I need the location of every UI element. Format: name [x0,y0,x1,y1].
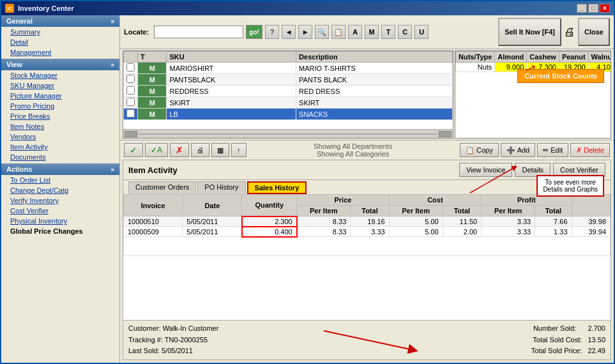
sidebar-item-documents[interactable]: Documents [1,152,119,162]
footer-last-sold: Last Sold: 5/05/2011 [128,345,218,357]
row-checkbox[interactable] [126,75,135,83]
sidebar-item-cost-verifier[interactable]: Cost Verifier [1,206,119,216]
sidebar-header-actions[interactable]: Actions » [1,163,119,175]
layout-button[interactable]: ▦ [211,143,229,157]
title-bar: IC Inventory Center _ □ ✕ [1,1,614,15]
locate-label: Locate: [124,28,149,36]
col-invoice: Invoice [124,195,183,216]
sidebar-item-vendors[interactable]: Vendors [1,132,119,142]
big-red-arrow [311,324,439,356]
minimize-button[interactable]: _ [577,4,587,13]
sidebar-item-detail[interactable]: Detail [1,37,119,47]
print-button[interactable]: 🖨 [191,143,209,157]
table-row[interactable]: M MARIOSHIRT MARIO T-SHIRTS [124,63,453,74]
footer-total-sold-cost: Total Sold Cost: 13.50 [531,335,605,346]
close-button[interactable]: Close [578,18,610,46]
col-date: Date [183,195,242,216]
sidebar-item-physical-inventory[interactable]: Physical Inventory [1,216,119,226]
showing-info: Showing All Departments Showing All Cate… [249,142,457,158]
checkmark-button[interactable]: ✓ [124,143,143,157]
locate-input[interactable] [154,26,243,38]
copy-icon: 📋 [466,146,475,155]
stock-counts-area: Nuts/Type Almond Cashew Peanut Walnut Nu… [455,50,611,139]
table-row[interactable]: M SKIRT SKIRT [124,97,453,109]
sidebar-item-management[interactable]: Management [1,47,119,57]
sidebar-item-summary[interactable]: Summary [1,27,119,37]
window-close-button[interactable]: ✕ [600,4,610,13]
content-area: Locate: go! ? ◄ ► 🔍 📋 A M T C U Sell It … [120,15,614,363]
sidebar: General » Summary Detail Management View… [1,15,120,363]
back-button[interactable]: ◄ [282,25,296,39]
delete-button[interactable]: ✗ Delete [570,143,610,157]
u-button[interactable]: U [414,25,429,39]
add-button[interactable]: ➕ Add [501,143,536,157]
ia-footer: Customer: Walk-In Customer Tracking #: T… [123,320,611,360]
sidebar-header-view[interactable]: View » [1,59,119,70]
help-button[interactable]: ? [265,25,279,39]
sidebar-item-item-notes[interactable]: Item Notes [1,121,119,132]
col-price-total: Total [351,206,389,216]
c-button[interactable]: C [398,25,412,39]
copy-button[interactable]: 📋 Copy [460,143,499,157]
sidebar-actions-label: Actions [6,165,32,173]
table-row[interactable]: M LB SNACKS [124,109,453,120]
sidebar-item-stock-manager[interactable]: Stock Manager [1,70,119,80]
forward-button[interactable]: ► [298,25,312,39]
sidebar-item-item-activity[interactable]: Item Activity [1,142,119,152]
footer-total-sold-price: Total Sold Price: 22.49 [531,345,605,357]
maximize-button[interactable]: □ [588,4,598,13]
tabs-and-callout: Customer Orders PO History Sales History… [123,180,611,194]
table-row[interactable]: M REDDRESS RED DRESS [124,86,453,97]
footer-left: Customer: Walk-In Customer Tracking #: T… [128,323,218,357]
row-checkbox[interactable] [126,109,135,118]
edit-icon: ✏ [543,146,549,155]
sidebar-item-picture-manager[interactable]: Picture Manager [1,91,119,101]
sidebar-item-price-breaks[interactable]: Price Breaks [1,111,119,121]
row-checkbox[interactable] [126,98,135,106]
table-row[interactable]: M PANTSBLACK PANTS BLACK [124,74,453,86]
x-button[interactable]: ✗ [170,143,189,157]
details-graphs-callout: To see even moreDetails and Graphs [536,175,604,197]
tab-customer-orders[interactable]: Customer Orders [128,181,196,194]
sell-it-now-button[interactable]: Sell It Now [F4] [498,18,561,46]
go-button[interactable]: go! [246,25,262,39]
action-row: ✓ ✓A ✗ 🖨 ▦ ↑ Showing All Departments Sho… [120,140,614,160]
up-button[interactable]: ↑ [231,143,247,157]
sidebar-item-sku-manager[interactable]: SKU Manager [1,80,119,91]
view-invoice-button[interactable]: View Invoice [459,163,513,177]
col-sku: SKU [167,52,296,63]
sidebar-item-verify-inventory[interactable]: Verify Inventory [1,195,119,206]
m-button[interactable]: M [365,25,379,39]
stock-col-peanut: Peanut [559,52,588,63]
col-type: T [138,52,167,63]
sidebar-item-change-dept[interactable]: Change Dept/Catg [1,185,119,195]
window-title: Inventory Center [18,4,73,12]
app-icon: IC [5,4,14,13]
sales-row[interactable]: 10000509 5/05/2011 0.400 8.33 3.33 5.00 … [124,227,611,237]
tab-sales-history[interactable]: Sales History [247,181,307,194]
row-checkbox[interactable] [126,63,135,72]
sidebar-item-promo-pricing[interactable]: Promo Pricing [1,101,119,111]
stock-col-almond: Almond [495,52,527,63]
sidebar-item-to-order-list[interactable]: To Order List [1,175,119,185]
edit-button[interactable]: ✏ Edit [537,143,568,157]
a-button[interactable]: A [348,25,362,39]
checkmark-a-button[interactable]: ✓A [145,143,168,157]
footer-tracking: Tracking #: TN0-2000255 [128,335,218,346]
grid-scroll[interactable]: T SKU Description M MARIOSHIRT [123,51,453,129]
sales-table-wrapper[interactable]: Invoice Date Quantity Price Cost Profit … [123,194,611,320]
clipboard-button[interactable]: 📋 [331,25,345,39]
sidebar-item-global-price-changes[interactable]: Global Price Changes [1,226,119,236]
t-button[interactable]: T [381,25,395,39]
inventory-table: T SKU Description M MARIOSHIRT [123,51,453,120]
sidebar-header-general[interactable]: General » [1,15,119,27]
tab-po-history[interactable]: PO History [197,181,245,194]
big-arrow-area [218,323,531,357]
action-buttons-left: ✓ ✓A ✗ 🖨 ▦ ↑ [124,143,247,157]
toolbar: Locate: go! ? ◄ ► 🔍 📋 A M T C U Sell It … [120,15,614,49]
sidebar-section-actions: Actions » To Order List Change Dept/Catg… [1,163,119,236]
search-button[interactable]: 🔍 [315,25,329,39]
sidebar-section-view: View » Stock Manager SKU Manager Picture… [1,59,119,162]
sales-row[interactable]: 10000510 5/05/2011 2.300 8.33 19.16 5.00… [124,216,611,227]
row-checkbox[interactable] [126,86,135,95]
